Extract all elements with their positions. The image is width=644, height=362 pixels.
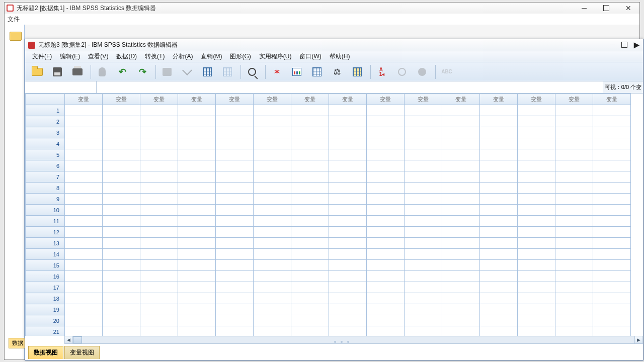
column-header[interactable]: 变量 (442, 94, 480, 105)
grid-cell[interactable] (480, 271, 518, 282)
grid-cell[interactable] (65, 238, 103, 249)
grid-cell[interactable] (103, 216, 140, 227)
grid-cell[interactable] (518, 282, 555, 293)
grid-cell[interactable] (593, 183, 631, 194)
grid-cell[interactable] (65, 205, 103, 216)
grid-cell[interactable] (480, 238, 518, 249)
row-header[interactable]: 1 (26, 105, 65, 116)
grid-cell[interactable] (140, 227, 178, 238)
grid-cell[interactable] (555, 138, 593, 149)
grid-cell[interactable] (555, 326, 593, 336)
inner-maximize-button[interactable] (619, 40, 630, 49)
column-header[interactable]: 变量 (216, 94, 254, 105)
dialog-recall-button[interactable] (218, 64, 236, 80)
grid-cell[interactable] (593, 149, 631, 160)
grid-cell[interactable] (178, 271, 216, 282)
column-header[interactable]: 变量 (140, 94, 178, 105)
grid-cell[interactable] (367, 205, 405, 216)
grid-cell[interactable] (555, 127, 593, 138)
grid-cell[interactable] (405, 326, 442, 336)
grid-cell[interactable] (140, 116, 178, 127)
grid-cell[interactable] (254, 127, 291, 138)
grid-cell[interactable] (140, 138, 178, 149)
grid-cell[interactable] (367, 160, 405, 171)
grid-cell[interactable] (442, 315, 480, 326)
grid-cell[interactable] (593, 116, 631, 127)
grid-cell[interactable] (178, 194, 216, 205)
grid-cell[interactable] (367, 315, 405, 326)
grid-cell[interactable] (254, 326, 291, 336)
row-header[interactable]: 10 (26, 205, 65, 216)
grid-cell[interactable] (103, 105, 140, 116)
column-header[interactable]: 变量 (291, 94, 329, 105)
grid-cell[interactable] (405, 304, 442, 315)
grid-cell[interactable] (442, 183, 480, 194)
grid-cell[interactable] (103, 304, 140, 315)
grid-cell[interactable] (593, 326, 631, 336)
grid-cell[interactable] (103, 171, 140, 183)
grid-cell[interactable] (593, 227, 631, 238)
grid-cell[interactable] (593, 304, 631, 315)
grid-cell[interactable] (178, 216, 216, 227)
grid-cell[interactable] (65, 293, 103, 304)
grid-cell[interactable] (480, 326, 518, 336)
grid-cell[interactable] (367, 227, 405, 238)
grid-cell[interactable] (555, 116, 593, 127)
row-header[interactable]: 7 (26, 171, 65, 183)
grid-cell[interactable] (329, 271, 367, 282)
grid-cell[interactable] (442, 205, 480, 216)
grid-cell[interactable] (518, 138, 555, 149)
grid-cell[interactable] (555, 315, 593, 326)
scroll-thumb[interactable] (73, 336, 82, 343)
grid-cell[interactable] (65, 315, 103, 326)
grid-cell[interactable] (518, 127, 555, 138)
outer-open-icon[interactable] (10, 32, 22, 41)
grid-cell[interactable] (178, 105, 216, 116)
grid-cell[interactable] (593, 105, 631, 116)
grid-cell[interactable] (140, 216, 178, 227)
outer-maximize-button[interactable] (595, 3, 617, 14)
open-button[interactable] (28, 64, 46, 80)
row-header[interactable]: 5 (26, 149, 65, 160)
grid-cell[interactable] (291, 116, 329, 127)
grid-cell[interactable] (65, 271, 103, 282)
grid-cell[interactable] (216, 304, 254, 315)
grid-cell[interactable] (254, 116, 291, 127)
weight-cases-button[interactable]: ⚖ (328, 64, 346, 80)
outer-titlebar[interactable]: 无标题2 [数据集1] - IBM SPSS Statistics 数据编辑器 … (5, 3, 639, 14)
grid-cell[interactable] (216, 194, 254, 205)
grid-cell[interactable] (291, 260, 329, 271)
row-header[interactable]: 18 (26, 293, 65, 304)
grid-cell[interactable] (593, 194, 631, 205)
grid-cell[interactable] (518, 194, 555, 205)
grid-cell[interactable] (65, 249, 103, 260)
grid-cell[interactable] (555, 160, 593, 171)
grid-cell[interactable] (329, 304, 367, 315)
grid-cell[interactable] (254, 271, 291, 282)
grid-cell[interactable] (405, 315, 442, 326)
grid-cell[interactable] (405, 271, 442, 282)
grid-cell[interactable] (254, 249, 291, 260)
select-cases-button[interactable]: ✶ (268, 64, 286, 80)
grid-cell[interactable] (329, 326, 367, 336)
grid-cell[interactable] (555, 271, 593, 282)
grid-cell[interactable] (65, 304, 103, 315)
grid-cell[interactable] (405, 138, 442, 149)
grid-cell[interactable] (518, 160, 555, 171)
grid-cell[interactable] (480, 205, 518, 216)
row-header[interactable]: 17 (26, 282, 65, 293)
grid-cell[interactable] (178, 326, 216, 336)
grid-cell[interactable] (405, 238, 442, 249)
grid-cell[interactable] (291, 315, 329, 326)
grid-cell[interactable] (593, 127, 631, 138)
grid-cell[interactable] (216, 127, 254, 138)
grid-cell[interactable] (518, 293, 555, 304)
grid-cell[interactable] (442, 160, 480, 171)
grid-cell[interactable] (216, 293, 254, 304)
grid-cell[interactable] (178, 160, 216, 171)
menu-w[interactable]: 窗口(W) (295, 51, 325, 62)
grid-cell[interactable] (480, 183, 518, 194)
menu-v[interactable]: 查看(V) (84, 51, 112, 62)
grid-cell[interactable] (178, 138, 216, 149)
row-header[interactable]: 11 (26, 216, 65, 227)
